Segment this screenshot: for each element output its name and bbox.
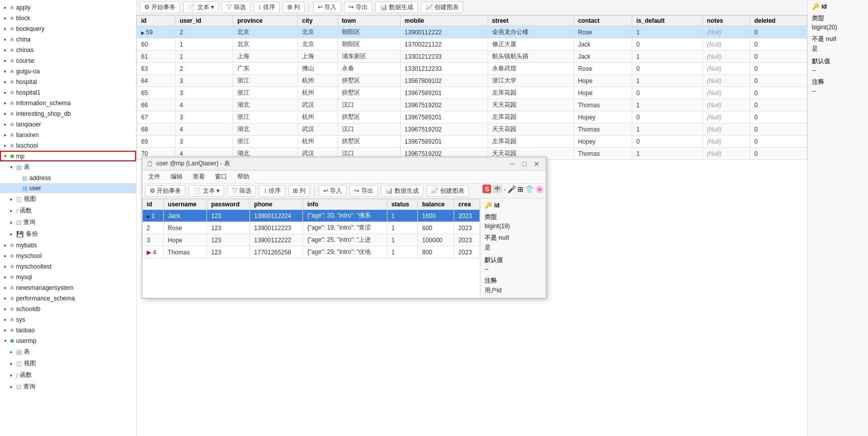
- text-btn[interactable]: 📄 文本 ▾: [183, 2, 219, 13]
- sidebar-item-usermp-views[interactable]: ▸◫视图: [0, 358, 136, 369]
- grid-icon[interactable]: ⊞: [517, 185, 524, 193]
- import-btn[interactable]: ↩ 导入: [313, 2, 341, 13]
- table-row[interactable]: 653浙江杭州拱墅区13967589201左库花园Hope0(Null)0: [137, 87, 807, 99]
- sidebar-item-interesting_shop_db[interactable]: ▸■interesting_shop_db: [0, 108, 136, 119]
- sidebar-item-mp-backup[interactable]: ▸💾备份: [0, 228, 136, 240]
- menu-view[interactable]: 查看: [191, 171, 207, 182]
- sidebar-item-lianxiren[interactable]: ▸■lianxiren: [0, 129, 136, 140]
- dialog-create-chart-btn[interactable]: 📈 创建图表: [426, 185, 469, 197]
- create-chart-btn[interactable]: 📈 创建图表: [421, 2, 463, 13]
- table-row[interactable]: 673浙江杭州拱墅区13967589201左库花园Hopey0(Null)0: [137, 111, 807, 123]
- dialog-export-btn[interactable]: ↪ 导出: [350, 185, 377, 197]
- sidebar-item-mp-user[interactable]: ▤user: [0, 183, 136, 193]
- sidebar-item-taobao[interactable]: ▸■taobao: [0, 325, 136, 335]
- dialog-columns-btn[interactable]: ⊞ 列: [288, 185, 310, 197]
- sidebar-item-mp-tables[interactable]: ▾▤表: [0, 161, 136, 173]
- sidebar-item-myschool[interactable]: ▸■myschool: [0, 250, 136, 261]
- sidebar-item-lanqiaoer[interactable]: ▸■lanqiaoer: [0, 119, 136, 129]
- table-row[interactable]: 643浙江杭州拱墅区13567809102浙江大学Hope1(Null)0: [137, 75, 807, 87]
- table-row[interactable]: 601北京北京朝阳区13700221122修正大厦Jack0(Null)0: [137, 38, 807, 51]
- datagen-btn[interactable]: 📊 数据生成: [375, 2, 418, 13]
- dialog-notnull-value: 是: [485, 243, 542, 252]
- begin-transaction-btn[interactable]: ⚙ 开始事务: [140, 2, 180, 13]
- table-row[interactable]: 2Rose12313900112223{"age": 19, "intro": …: [143, 222, 480, 234]
- dialog-window: 🗒 user @mp (LanQiaoer) - 表 ─ □ ✕ 文件 编辑 查…: [142, 157, 546, 298]
- table-row[interactable]: 693浙江杭州拱墅区13967589201左库花园Hopey0(Null)0: [137, 136, 807, 148]
- table-row[interactable]: 3Hope12313900112222{"age": 25, "intro": …: [143, 234, 480, 246]
- sidebar-item-schooldb[interactable]: ▸■schooldb: [0, 303, 136, 314]
- dialog-cell-username-2: Hope: [163, 234, 207, 246]
- sidebar-item-guigu-oa[interactable]: ▸■guigu-oa: [0, 66, 136, 76]
- dialog-begin-transaction-btn[interactable]: ⚙ 开始事务: [145, 185, 186, 197]
- table-row[interactable]: 632广东佛山永春13301212233永春武馆Rose0(Null)0: [137, 63, 807, 75]
- sidebar-label-mybatis: mybatis: [16, 242, 37, 249]
- null-value: (Null): [707, 114, 722, 121]
- dialog-table-body: ▶ 1Jack12313900112224{"age": 20, "intro"…: [143, 210, 480, 258]
- db-icon-apply: ■: [10, 4, 14, 11]
- cell-id-8: 68: [137, 123, 176, 136]
- sidebar-item-lxschool[interactable]: ▸■lxschool: [0, 140, 136, 151]
- sidebar-item-mybatis[interactable]: ▸■mybatis: [0, 240, 136, 250]
- sidebar-item-mp-queries[interactable]: ▸⊡查询: [0, 216, 136, 228]
- table-row[interactable]: 664湖北武汉汉口13967519202天天花园Thomas1(Null)0: [137, 99, 807, 111]
- db-icon-newsmanagersystem: ■: [10, 284, 14, 291]
- dialog-sort-btn[interactable]: ↕ 排序: [259, 185, 285, 197]
- sidebar-item-newsmanagersystem[interactable]: ▸■newsmanagersystem: [0, 282, 136, 293]
- dialog-filter-btn[interactable]: ▽ 筛选: [227, 185, 256, 197]
- sidebar-item-block[interactable]: ▸■block: [0, 13, 136, 23]
- sidebar-label-mp: mp: [16, 153, 25, 160]
- menu-window[interactable]: 窗口: [213, 171, 229, 182]
- sidebar-item-myschooltest[interactable]: ▸■myschooltest: [0, 261, 136, 272]
- sidebar-item-mp-address[interactable]: ▤address: [0, 173, 136, 183]
- sidebar-item-chinas[interactable]: ▸■chinas: [0, 45, 136, 55]
- sidebar-item-bookquery[interactable]: ▸■bookquery: [0, 23, 136, 34]
- sidebar-label-interesting_shop_db: interesting_shop_db: [16, 110, 71, 117]
- sort-btn[interactable]: ↕ 排序: [253, 2, 279, 13]
- sidebar-label-usermp-queries: 查询: [23, 382, 35, 391]
- bg-col-is_default: is_default: [632, 16, 703, 26]
- sidebar-item-mp-views[interactable]: ▸◫视图: [0, 193, 136, 205]
- sidebar-item-china[interactable]: ▸■china: [0, 34, 136, 45]
- bg-col-street: street: [488, 16, 574, 26]
- sidebar-item-usermp-tables[interactable]: ▸▤表: [0, 346, 136, 358]
- table-row[interactable]: 611上海上海浦东新区13301212233航头镇航头路Jack1(Null)0: [137, 51, 807, 63]
- table-row[interactable]: ▶ 1Jack12313900112224{"age": 20, "intro"…: [143, 210, 480, 222]
- sidebar-item-mp-funcs[interactable]: ▸𝑓函数: [0, 205, 136, 216]
- sidebar-item-usermp-funcs[interactable]: ▸𝑓函数: [0, 369, 136, 381]
- table-row[interactable]: 684湖北武汉汉口13967519202天天花园Thomas1(Null)0: [137, 123, 807, 136]
- lang-toggle[interactable]: 中: [493, 185, 502, 193]
- sidebar-item-information_schema[interactable]: ▸■information_schema: [0, 98, 136, 108]
- menu-file[interactable]: 文件: [146, 171, 162, 182]
- sidebar-item-mysql[interactable]: ▸■mysql: [0, 272, 136, 282]
- sidebar-item-hospital1[interactable]: ▸■hospital1: [0, 87, 136, 98]
- menu-help[interactable]: 帮助: [235, 171, 251, 182]
- dialog-import-btn[interactable]: ↩ 导入: [319, 185, 346, 197]
- dialog-cell-id-3: ▶ 4: [143, 246, 164, 258]
- dialog-maximize-btn[interactable]: □: [520, 160, 529, 168]
- sidebar-item-usermp-queries[interactable]: ▸⊡查询: [0, 381, 136, 393]
- dialog-text-btn[interactable]: 📄 文本 ▾: [189, 185, 224, 197]
- sidebar-item-apply[interactable]: ▸■apply: [0, 2, 136, 13]
- cell-town-6: 汉口: [337, 99, 400, 111]
- export-btn[interactable]: ↪ 导出: [344, 2, 372, 13]
- columns-btn[interactable]: ⊞ 列: [283, 2, 305, 13]
- sidebar-item-usermp[interactable]: ▾■usermp: [0, 335, 136, 346]
- sidebar-label-myschooltest: myschooltest: [16, 263, 52, 270]
- table-row[interactable]: ▶ 592北京北京朝阳区13900112222金燕龙办公楼Rose1(Null)…: [137, 26, 807, 38]
- cell-notes-6: (Null): [703, 99, 750, 111]
- bg-toolbar: ⚙ 开始事务 📄 文本 ▾ ▽ 筛选 ↕ 排序 ⊞ 列 ↩ 导入 ↪ 导出 📊 …: [137, 0, 807, 15]
- dialog-datagen-btn[interactable]: 📊 数据生成: [381, 185, 423, 197]
- dialog-minimize-btn[interactable]: ─: [508, 160, 517, 168]
- dialog-cell-username-1: Rose: [163, 222, 207, 234]
- sidebar-item-course[interactable]: ▸■course: [0, 55, 136, 66]
- dialog-sep1: [314, 186, 315, 196]
- dialog-close-btn[interactable]: ✕: [532, 160, 542, 168]
- menu-edit[interactable]: 编辑: [168, 171, 185, 182]
- sidebar-item-mp[interactable]: ▾■mp: [0, 151, 136, 161]
- table-row[interactable]: ▶ 4Thomas12317701265258{"age": 29, "intr…: [143, 246, 480, 258]
- filter-btn[interactable]: ▽ 筛选: [222, 2, 250, 13]
- sidebar-item-sys[interactable]: ▸■sys: [0, 314, 136, 325]
- mic-icon[interactable]: 🎤: [507, 185, 516, 193]
- sidebar-item-hospital[interactable]: ▸■hospital: [0, 76, 136, 87]
- sidebar-item-performance_schema[interactable]: ▸■performance_schema: [0, 293, 136, 303]
